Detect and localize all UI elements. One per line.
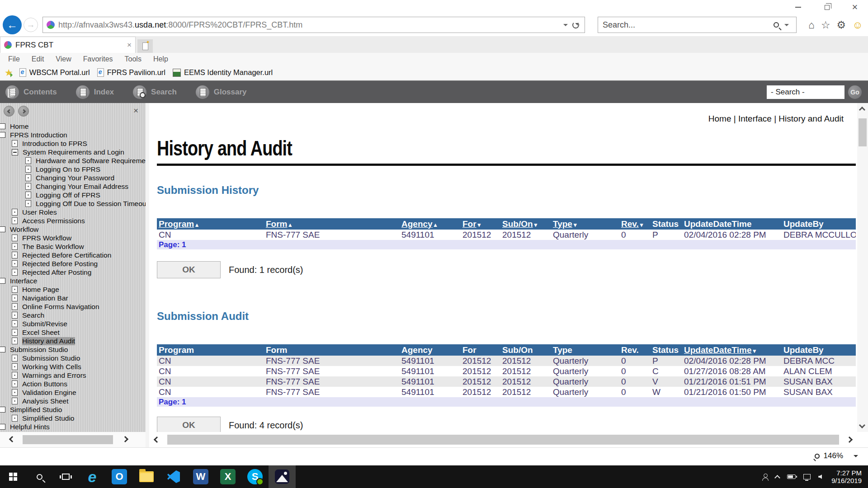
column-header[interactable]: Agency▴: [400, 219, 461, 229]
toc-tree-item[interactable]: Rejected Before Posting: [0, 259, 146, 268]
minimize-button[interactable]: [788, 2, 808, 13]
menu-item[interactable]: Edit: [32, 55, 44, 63]
toc-tree-item[interactable]: Changing Your Email Address: [0, 182, 146, 191]
help-search-input[interactable]: [767, 85, 844, 99]
favorites-bar-item[interactable]: WBSCM Portal.url: [19, 68, 90, 77]
address-dropdown-icon[interactable]: [563, 24, 568, 28]
search-icon[interactable]: [774, 22, 779, 28]
toc-tree-item[interactable]: History and Audit: [0, 337, 146, 345]
new-tab-button[interactable]: [137, 39, 153, 53]
scrollbar-thumb[interactable]: [167, 435, 839, 445]
forward-button[interactable]: →: [24, 18, 38, 32]
column-header[interactable]: For: [461, 345, 500, 355]
toc-tree-item[interactable]: User Roles: [0, 208, 146, 216]
toc-tree-item[interactable]: Home: [0, 122, 146, 131]
toc-tree-item[interactable]: Navigation Bar: [0, 294, 146, 302]
favorites-bar-item[interactable]: EEMS Identity Manager.url: [173, 68, 273, 77]
battery-icon[interactable]: [787, 474, 796, 479]
breadcrumb[interactable]: Home | Interface | History and Audit: [708, 114, 844, 124]
tab-close-icon[interactable]: ×: [127, 41, 132, 50]
column-header[interactable]: Rev.▾: [619, 219, 651, 229]
toc-forward-icon[interactable]: [18, 106, 29, 117]
column-header[interactable]: Status: [651, 219, 682, 229]
taskbar-app[interactable]: [160, 465, 187, 488]
menu-item[interactable]: View: [56, 55, 71, 63]
toc-tree-item[interactable]: Helpful Hints: [0, 422, 146, 431]
taskbar-app[interactable]: [269, 465, 296, 488]
toc-tree-item[interactable]: Submission Studio: [0, 345, 146, 354]
settings-gear-icon[interactable]: ⚙: [837, 19, 846, 30]
taskbar-clock[interactable]: 7:27 PM 9/16/2019: [831, 469, 862, 484]
ok-button[interactable]: OK: [157, 261, 221, 278]
page-indicator[interactable]: Page: 1: [157, 397, 856, 407]
taskbar-search-button[interactable]: [26, 465, 52, 488]
taskbar-app[interactable]: O: [106, 465, 133, 488]
column-header[interactable]: Form▴: [264, 219, 400, 229]
column-header[interactable]: Type: [551, 345, 619, 355]
toc-tree-item[interactable]: Logging On to FPRS: [0, 165, 146, 174]
restore-button[interactable]: [816, 2, 837, 13]
menu-item[interactable]: Tools: [125, 55, 142, 63]
scroll-left-icon[interactable]: [9, 436, 15, 442]
toc-tree-item[interactable]: Workflow: [0, 225, 146, 234]
favorites-star-icon[interactable]: ☆: [821, 19, 830, 30]
toc-tree-item[interactable]: Introduction to FPRS: [0, 139, 146, 148]
toc-tree-item[interactable]: Simplified Studio: [0, 414, 146, 422]
column-header[interactable]: Sub/On: [500, 345, 551, 355]
taskbar-app[interactable]: [133, 465, 160, 488]
toc-tree-item[interactable]: Home Page: [0, 285, 146, 294]
toc-tree-item[interactable]: Access Permissions: [0, 216, 146, 225]
task-view-button[interactable]: [52, 465, 79, 488]
help-toolbar-button[interactable]: Search: [133, 85, 177, 99]
taskbar-app[interactable]: e: [79, 465, 106, 488]
column-header[interactable]: UpdateBy: [782, 219, 856, 229]
scrollbar-thumb[interactable]: [859, 118, 867, 146]
toc-tree-item[interactable]: Submit/Revise: [0, 319, 146, 328]
column-header[interactable]: Agency: [400, 345, 461, 355]
column-header[interactable]: Sub/On▾: [500, 219, 551, 229]
feedback-smiley-icon[interactable]: ☺: [852, 19, 863, 30]
scrollbar-thumb[interactable]: [23, 435, 113, 444]
address-field[interactable]: http://afnvaalx3ws43.usda.net:8000/FPRS%…: [42, 17, 585, 33]
hidden-icons-chevron[interactable]: [774, 475, 780, 481]
menu-item[interactable]: File: [8, 55, 20, 63]
close-button[interactable]: ×: [844, 2, 865, 13]
search-dropdown-icon[interactable]: [784, 24, 789, 28]
toc-tree-item[interactable]: Working With Cells: [0, 362, 146, 371]
toc-tree-item[interactable]: Online Forms Navigation: [0, 302, 146, 311]
toc-tree-item[interactable]: Action Buttons: [0, 380, 146, 388]
help-toolbar-button[interactable]: Glossary: [196, 85, 247, 99]
menu-item[interactable]: Favorites: [83, 55, 113, 63]
toc-horizontal-scrollbar[interactable]: [0, 432, 146, 447]
toc-tree-item[interactable]: System Requirements and Login: [0, 148, 146, 156]
column-header[interactable]: Form: [264, 345, 400, 355]
menu-item[interactable]: Help: [153, 55, 168, 63]
toc-tree-item[interactable]: FPRS Workflow: [0, 234, 146, 242]
help-toolbar-button[interactable]: Contents: [5, 85, 57, 99]
taskbar-app[interactable]: S: [241, 465, 269, 488]
people-icon[interactable]: [762, 474, 768, 480]
ok-button[interactable]: OK: [157, 417, 221, 434]
toc-close-icon[interactable]: ×: [133, 106, 138, 116]
toc-tree-item[interactable]: Rejected After Posting: [0, 268, 146, 277]
taskbar-app[interactable]: X: [214, 465, 241, 488]
help-search-go-button[interactable]: Go: [848, 85, 862, 99]
toc-tree-item[interactable]: Changing Your Password: [0, 174, 146, 182]
toc-tree-item[interactable]: Analysis Sheet: [0, 397, 146, 405]
toc-tree-item[interactable]: Warnings and Errors: [0, 371, 146, 380]
toc-tree-item[interactable]: Search: [0, 311, 146, 319]
volume-icon[interactable]: [818, 474, 822, 479]
page-indicator[interactable]: Page: 1: [157, 240, 856, 249]
column-header[interactable]: For▾: [461, 219, 500, 229]
column-header[interactable]: Program: [157, 345, 264, 355]
zoom-dropdown-icon[interactable]: [854, 455, 858, 460]
tab-fprs-cbt[interactable]: FPRS CBT ×: [0, 37, 136, 53]
favorites-bar-icon[interactable]: ★: [5, 67, 13, 78]
scroll-left-icon[interactable]: [154, 436, 160, 443]
toc-back-icon[interactable]: [4, 106, 14, 117]
column-header[interactable]: Program▴: [157, 219, 264, 229]
browser-search-box[interactable]: Search...: [598, 17, 797, 33]
content-vertical-scrollbar[interactable]: [857, 103, 868, 432]
content-horizontal-scrollbar[interactable]: [149, 432, 857, 447]
column-header[interactable]: Type▾: [551, 219, 619, 229]
